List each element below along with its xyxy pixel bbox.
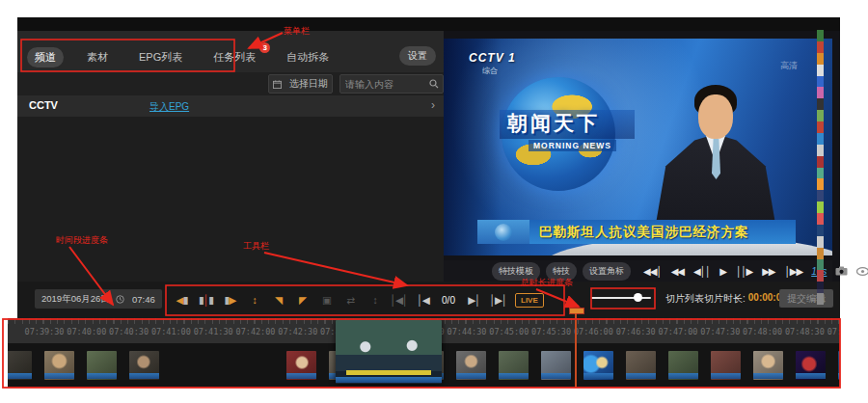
timeline-timestamp: 07:47:00 bbox=[659, 327, 698, 336]
tab-频道[interactable]: 频道 bbox=[27, 47, 64, 67]
timeline-thumbnail[interactable] bbox=[796, 351, 826, 380]
jump-to-in-button[interactable]: ◀▮ bbox=[171, 290, 193, 309]
timeline-thumbnail[interactable] bbox=[838, 351, 840, 380]
timeline-thumbnail[interactable] bbox=[286, 351, 316, 380]
expand-range-button[interactable]: ↕ bbox=[243, 290, 265, 309]
icon-part: ▶│ bbox=[468, 294, 480, 306]
crop-button[interactable]: ▣ bbox=[315, 290, 338, 309]
chevron-right-icon[interactable]: › bbox=[431, 98, 435, 112]
timeline-timestamp: 07:45:30 bbox=[531, 327, 571, 336]
annotation-segment-progress: 时间段进度条 bbox=[56, 234, 108, 247]
timeline-thumbnail[interactable] bbox=[456, 351, 486, 380]
icon-part: │◀│ bbox=[390, 294, 407, 306]
icon-part: │◀ bbox=[417, 294, 429, 306]
date-filter-button[interactable]: 选择日期 bbox=[268, 74, 333, 94]
preview-eye-icon[interactable] bbox=[856, 267, 868, 276]
tab-label: 任务列表 bbox=[213, 51, 256, 63]
submit-edit-button[interactable]: 提交编辑 bbox=[779, 289, 833, 308]
timeline-timestamp: 07:45:00 bbox=[489, 327, 529, 336]
skip-to-end-button[interactable]: │▶│ bbox=[487, 290, 509, 309]
tab-EPG列表[interactable]: EPG列表 bbox=[131, 47, 190, 67]
frame-strip-cell bbox=[817, 225, 824, 236]
timeline-thumbnail[interactable] bbox=[44, 351, 74, 380]
news-caption: 巴勒斯坦人抗议美国涉巴经济方案 bbox=[539, 224, 749, 241]
timeline-thumbnail[interactable] bbox=[499, 351, 529, 380]
timeline-thumbnail[interactable] bbox=[583, 351, 613, 380]
slice-duration: 切片时长: 00:00:00 bbox=[704, 292, 787, 306]
timeline-thumbnail[interactable] bbox=[626, 351, 656, 380]
play-button[interactable]: ▶ bbox=[719, 266, 726, 277]
timeline-thumbnail[interactable] bbox=[711, 351, 741, 380]
slice-duration-label: 切片时长: bbox=[704, 292, 746, 306]
timeline-timestamp: 07:46:30 bbox=[616, 327, 656, 336]
video-preview[interactable]: 朝闻天下 MORNING NEWS CCTV 1 综合 高清 巴勒斯坦人抗议美国… bbox=[444, 39, 832, 255]
frame-strip-cell bbox=[817, 282, 824, 293]
icon-part: ◤ bbox=[299, 294, 306, 306]
timeline-time-select[interactable]: 07:46 bbox=[109, 289, 162, 309]
playhead-line bbox=[575, 313, 577, 388]
slider-handle[interactable] bbox=[634, 293, 642, 302]
frame-strip-cell bbox=[817, 110, 824, 121]
slice-list-button[interactable]: 切片列表 bbox=[665, 292, 704, 306]
jump-to-out-button[interactable]: ▮▶ bbox=[219, 290, 241, 309]
timeline-strip[interactable]: 07:39:3007:40:0007:40:3007:41:0007:41:30… bbox=[8, 318, 840, 388]
step-forward-button[interactable]: ││▶ bbox=[736, 266, 752, 277]
timeline-timestamp: 07:48:30 bbox=[785, 327, 825, 336]
timeline-timestamp: 07:48:00 bbox=[743, 327, 782, 336]
timeline-thumbnail-selected[interactable] bbox=[336, 320, 442, 384]
icon-part: ▶ bbox=[229, 294, 235, 306]
playhead-marker[interactable] bbox=[569, 308, 584, 314]
slice-counter: 0/0 bbox=[436, 295, 461, 306]
caption-bar: 巴勒斯坦人抗议美国涉巴经济方案 bbox=[477, 220, 796, 244]
frame-strip-cell bbox=[817, 87, 824, 98]
tab-label: EPG列表 bbox=[139, 51, 182, 63]
mark-out-button[interactable]: ◤ bbox=[291, 290, 313, 309]
swap-points-button[interactable]: ⇄ bbox=[339, 290, 362, 309]
import-epg-link[interactable]: 导入EPG bbox=[149, 100, 189, 114]
set-current-point-button[interactable]: ▮│▮ bbox=[195, 290, 217, 309]
duration-slider[interactable] bbox=[591, 293, 651, 303]
frame-strip-cell bbox=[817, 145, 824, 156]
player-panel: 朝闻天下 MORNING NEWS CCTV 1 综合 高清 巴勒斯坦人抗议美国… bbox=[444, 31, 840, 282]
live-toggle[interactable]: LIVE bbox=[515, 293, 544, 308]
settings-button[interactable]: 设置 bbox=[399, 46, 436, 66]
timeline-thumbnail[interactable] bbox=[753, 351, 783, 380]
title-strip bbox=[17, 17, 840, 31]
jump-next-frame-button[interactable]: │▶▶ bbox=[785, 266, 803, 277]
frame-strip-cell bbox=[817, 178, 824, 190]
search-input[interactable] bbox=[340, 79, 429, 90]
prev-slice-button[interactable]: │◀ bbox=[412, 290, 434, 309]
mark-in-button[interactable]: ◥ bbox=[267, 290, 289, 309]
frame-strip-cell bbox=[817, 236, 824, 248]
fast-forward-button[interactable]: ▶▶ bbox=[762, 266, 774, 277]
button-设置角标[interactable]: 设置角标 bbox=[583, 262, 631, 281]
channel-row[interactable]: CCTV 导入EPG › bbox=[17, 95, 444, 117]
jump-prev-frame-button[interactable]: ◀◀│ bbox=[643, 266, 662, 277]
frame-strip-cell bbox=[817, 76, 824, 88]
annotation-total-duration: 总时长进度条 bbox=[521, 277, 573, 289]
timeline-thumbnail[interactable] bbox=[8, 351, 32, 380]
frame-strip-cell bbox=[817, 133, 824, 145]
frame-strip-scrollbar[interactable] bbox=[817, 30, 824, 305]
timeline-date: 2019年06月26日 bbox=[41, 293, 110, 306]
tab-任务列表[interactable]: 任务列表3 bbox=[205, 47, 263, 67]
skip-to-start-button[interactable]: │◀│ bbox=[388, 290, 410, 309]
caption-logo-cap bbox=[477, 220, 529, 244]
snapshot-icon[interactable] bbox=[835, 266, 848, 276]
frame-strip-cell bbox=[817, 121, 824, 133]
next-slice-button[interactable]: ▶│ bbox=[463, 290, 485, 309]
timeline-thumbnail[interactable] bbox=[87, 351, 117, 380]
timeline-thumbnail[interactable] bbox=[541, 351, 571, 380]
step-back-button[interactable]: ◀││ bbox=[693, 266, 710, 277]
tab-自动拆条[interactable]: 自动拆条 bbox=[279, 47, 337, 67]
tab-label: 自动拆条 bbox=[286, 51, 329, 63]
timeline-thumbnail[interactable] bbox=[668, 351, 698, 380]
timeline-thumbnail[interactable] bbox=[129, 351, 159, 380]
tab-素材[interactable]: 素材 bbox=[79, 47, 116, 67]
rewind-button[interactable]: ◀◀ bbox=[671, 266, 684, 277]
annotation-menu-bar: 菜单栏 bbox=[284, 25, 310, 38]
icon-part: ↕ bbox=[252, 294, 256, 306]
search-icon[interactable] bbox=[429, 79, 439, 89]
collapse-range-button[interactable]: ↕ bbox=[364, 290, 386, 309]
timeline-timestamp: 07:40:30 bbox=[109, 327, 149, 336]
